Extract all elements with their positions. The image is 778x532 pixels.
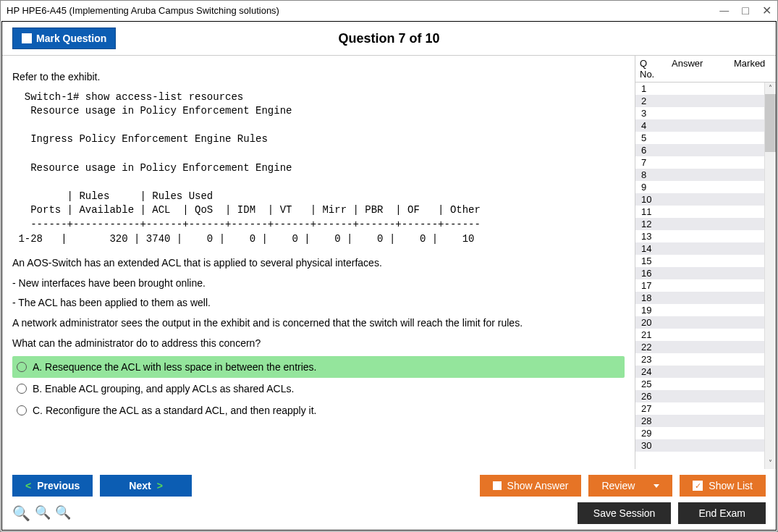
list-item[interactable]: 26 xyxy=(635,390,776,402)
close-icon[interactable]: ✕ xyxy=(762,4,771,17)
app-window: HP HPE6-A45 (Implementing Aruba Campus S… xyxy=(0,0,778,532)
list-item[interactable]: 29 xyxy=(635,427,776,439)
content-frame: Mark Question Question 7 of 10 Refer to … xyxy=(1,21,777,531)
question-text: Refer to the exhibit. Switch-1# show acc… xyxy=(12,70,625,350)
list-item[interactable]: 25 xyxy=(635,378,776,390)
list-item[interactable]: 18 xyxy=(635,292,776,304)
main-area: Refer to the exhibit. Switch-1# show acc… xyxy=(2,55,776,469)
mark-checkbox-icon xyxy=(22,33,32,43)
scroll-thumb[interactable] xyxy=(765,94,776,152)
list-item[interactable]: 16 xyxy=(635,267,776,279)
exhibit-output: Switch-1# show access-list resources Res… xyxy=(12,90,625,247)
list-item[interactable]: 21 xyxy=(635,329,776,341)
options-list: A. Resequence the ACL with less space in… xyxy=(12,356,625,421)
scrollbar[interactable]: ˄ ˅ xyxy=(764,83,776,469)
list-item[interactable]: 4 xyxy=(635,119,776,132)
list-item-qno: 11 xyxy=(635,206,667,217)
review-button[interactable]: Review xyxy=(588,475,672,497)
list-item[interactable]: 6 xyxy=(635,144,776,156)
list-item-qno: 29 xyxy=(635,428,667,439)
option-c[interactable]: C. Reconfigure the ACL as a standard ACL… xyxy=(12,400,625,421)
list-item[interactable]: 7 xyxy=(635,156,776,169)
list-item-qno: 12 xyxy=(635,219,667,229)
list-item[interactable]: 2 xyxy=(635,95,776,107)
previous-button[interactable]: < Previous xyxy=(12,475,93,497)
radio-icon xyxy=(17,384,27,394)
list-item-qno: 25 xyxy=(635,379,667,389)
list-item-qno: 24 xyxy=(635,366,667,377)
list-item[interactable]: 11 xyxy=(635,206,776,218)
save-session-label: Save Session xyxy=(593,507,656,519)
review-label: Review xyxy=(601,480,635,491)
show-answer-button[interactable]: Show Answer xyxy=(480,475,582,497)
list-item[interactable]: 24 xyxy=(635,366,776,378)
list-item-qno: 14 xyxy=(635,243,667,254)
list-item[interactable]: 27 xyxy=(635,402,776,415)
list-item[interactable]: 1 xyxy=(635,83,776,95)
zoom-out-icon[interactable]: 🔍 xyxy=(55,504,71,522)
list-item[interactable]: 15 xyxy=(635,255,776,267)
list-item[interactable]: 30 xyxy=(635,439,776,452)
show-list-button[interactable]: ✓ Show List xyxy=(680,475,766,497)
list-item-qno: 10 xyxy=(635,194,667,205)
list-item[interactable]: 22 xyxy=(635,341,776,353)
window-title: HP HPE6-A45 (Implementing Aruba Campus S… xyxy=(7,5,279,16)
header-row: Mark Question Question 7 of 10 xyxy=(2,22,776,55)
zoom-reset-icon[interactable]: 🔍 xyxy=(12,504,30,522)
minimize-icon[interactable]: — xyxy=(719,5,729,16)
save-session-button[interactable]: Save Session xyxy=(578,502,672,524)
list-item-qno: 9 xyxy=(635,182,667,193)
list-item[interactable]: 3 xyxy=(635,107,776,119)
list-item[interactable]: 14 xyxy=(635,242,776,255)
footer-bar: < Previous Next > Show Answer Review ✓ S… xyxy=(2,469,776,502)
list-item[interactable]: 12 xyxy=(635,218,776,230)
maximize-icon[interactable]: □ xyxy=(742,4,749,17)
list-item[interactable]: 19 xyxy=(635,304,776,316)
next-label: Next xyxy=(129,480,151,491)
option-b[interactable]: B. Enable ACL grouping, and apply ACLs a… xyxy=(12,378,625,400)
list-item[interactable]: 17 xyxy=(635,279,776,292)
checkbox-icon xyxy=(493,481,502,490)
list-item-qno: 8 xyxy=(635,169,667,180)
question-body-1: An AOS-Switch has an extended ACL that i… xyxy=(12,256,625,271)
mark-question-button[interactable]: Mark Question xyxy=(12,28,116,49)
question-body-4: A network administrator sees the output … xyxy=(12,316,625,331)
col-answer: Answer xyxy=(667,56,730,82)
next-button[interactable]: Next > xyxy=(100,475,192,497)
list-item[interactable]: 10 xyxy=(635,193,776,206)
list-item-qno: 7 xyxy=(635,157,667,168)
list-item[interactable]: 13 xyxy=(635,230,776,242)
question-body-5: What can the administrator do to address… xyxy=(12,337,625,351)
list-item[interactable]: 9 xyxy=(635,181,776,193)
list-item-qno: 6 xyxy=(635,145,667,156)
list-item[interactable]: 20 xyxy=(635,316,776,329)
list-item[interactable]: 8 xyxy=(635,169,776,181)
window-controls: — □ ✕ xyxy=(719,4,771,17)
chevron-right-icon: > xyxy=(157,480,163,491)
scroll-down-icon[interactable]: ˅ xyxy=(765,457,776,469)
radio-icon xyxy=(17,362,27,372)
question-list-pane: Q No. Answer Marked 12345678910111213141… xyxy=(635,56,776,469)
list-item[interactable]: 5 xyxy=(635,132,776,144)
list-item-qno: 28 xyxy=(635,415,667,426)
question-intro: Refer to the exhibit. xyxy=(12,70,625,85)
end-exam-button[interactable]: End Exam xyxy=(678,502,766,524)
option-a-label: A. Resequence the ACL with less space in… xyxy=(33,361,317,373)
titlebar: HP HPE6-A45 (Implementing Aruba Campus S… xyxy=(1,1,777,20)
scroll-up-icon[interactable]: ˄ xyxy=(765,83,776,94)
list-item-qno: 30 xyxy=(635,440,667,451)
option-a[interactable]: A. Resequence the ACL with less space in… xyxy=(12,356,625,378)
list-item[interactable]: 28 xyxy=(635,415,776,427)
list-item-qno: 27 xyxy=(635,403,667,414)
question-list[interactable]: 1234567891011121314151617181920212223242… xyxy=(635,83,776,469)
question-pane[interactable]: Refer to the exhibit. Switch-1# show acc… xyxy=(2,56,635,469)
footer-bar-2: 🔍 🔍 🔍 Save Session End Exam xyxy=(2,502,776,530)
list-item-qno: 3 xyxy=(635,108,667,119)
col-marked: Marked xyxy=(730,56,776,82)
zoom-in-icon[interactable]: 🔍 xyxy=(35,504,51,522)
list-item-qno: 21 xyxy=(635,329,667,340)
previous-label: Previous xyxy=(37,480,80,491)
question-body-3: - The ACL has been applied to them as we… xyxy=(12,296,625,311)
list-item[interactable]: 23 xyxy=(635,353,776,366)
list-item-qno: 16 xyxy=(635,268,667,279)
